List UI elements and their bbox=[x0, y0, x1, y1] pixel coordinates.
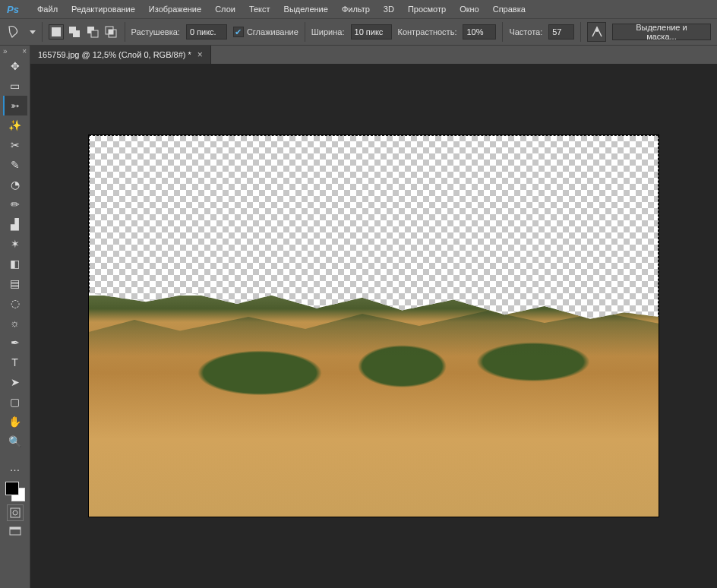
document-tab-title: 165759.jpg @ 12,5% (Слой 0, RGB/8#) * bbox=[38, 50, 191, 59]
canvas-viewport[interactable] bbox=[30, 64, 717, 588]
frequency-input[interactable] bbox=[548, 24, 574, 40]
workspace: » × ✥▭➳✨✂✎◔✏▟✶◧▤◌☼✒T➤▢✋🔍 … 165759.jpg @ … bbox=[0, 46, 717, 588]
svg-rect-0 bbox=[52, 27, 61, 36]
menu-фильтр[interactable]: Фильтр bbox=[335, 2, 377, 16]
separator bbox=[580, 22, 581, 42]
type-tool[interactable]: T bbox=[3, 352, 27, 372]
menu-bar: Ps ФайлРедактированиеИзображениеСлоиТекс… bbox=[0, 0, 717, 18]
zoom-tool[interactable]: 🔍 bbox=[3, 432, 27, 451]
document-area: 165759.jpg @ 12,5% (Слой 0, RGB/8#) * × bbox=[30, 46, 717, 588]
svg-rect-12 bbox=[10, 527, 21, 530]
tools-panel: » × ✥▭➳✨✂✎◔✏▟✶◧▤◌☼✒T➤▢✋🔍 … bbox=[0, 46, 30, 588]
antialias-label: Сглаживание bbox=[247, 27, 298, 36]
svg-rect-7 bbox=[109, 30, 113, 34]
selection-intersect-icon[interactable] bbox=[103, 24, 118, 40]
tool-preset-dropdown-icon[interactable] bbox=[30, 30, 36, 34]
quick-mask-icon[interactable] bbox=[7, 504, 24, 521]
feather-label: Растушевка: bbox=[131, 27, 180, 36]
rectangle-tool[interactable]: ▢ bbox=[3, 392, 27, 412]
menu-просмотр[interactable]: Просмотр bbox=[401, 2, 453, 16]
svg-point-8 bbox=[595, 29, 599, 32]
tool-list: ✥▭➳✨✂✎◔✏▟✶◧▤◌☼✒T➤▢✋🔍 bbox=[0, 56, 30, 451]
spot-healing-brush-tool[interactable]: ◔ bbox=[3, 175, 27, 194]
menu-выделение[interactable]: Выделение bbox=[277, 2, 335, 16]
svg-rect-4 bbox=[91, 30, 98, 37]
menu-редактирование[interactable]: Редактирование bbox=[65, 2, 142, 16]
rectangular-marquee-tool[interactable]: ▭ bbox=[3, 76, 27, 96]
close-icon[interactable]: × bbox=[22, 47, 27, 55]
antialias-checkbox[interactable]: ✔ Сглаживание bbox=[233, 27, 298, 37]
tools-panel-header: » × bbox=[0, 46, 30, 56]
crop-tool[interactable]: ✂ bbox=[3, 135, 27, 155]
pen-tool[interactable]: ✒ bbox=[3, 333, 27, 352]
move-tool[interactable]: ✥ bbox=[3, 56, 27, 76]
width-label: Ширина: bbox=[311, 27, 345, 36]
blur-tool[interactable]: ◌ bbox=[3, 293, 27, 313]
svg-rect-9 bbox=[11, 508, 20, 517]
selection-mode-group bbox=[49, 24, 118, 40]
contrast-label: Контрастность: bbox=[398, 27, 457, 36]
menu-изображение[interactable]: Изображение bbox=[142, 2, 208, 16]
clone-stamp-tool[interactable]: ▟ bbox=[3, 214, 27, 234]
screenmode-icon[interactable] bbox=[3, 521, 27, 541]
menu-окно[interactable]: Окно bbox=[453, 2, 486, 16]
brush-tool[interactable]: ✏ bbox=[3, 194, 27, 214]
options-bar: Растушевка: ✔ Сглаживание Ширина: Контра… bbox=[0, 18, 717, 46]
color-swatches[interactable] bbox=[5, 482, 25, 501]
separator bbox=[305, 22, 305, 42]
ellipsis-icon[interactable]: … bbox=[3, 457, 27, 477]
svg-rect-2 bbox=[73, 30, 80, 37]
eraser-tool[interactable]: ◧ bbox=[3, 254, 27, 273]
history-brush-tool[interactable]: ✶ bbox=[3, 234, 27, 254]
contrast-input[interactable] bbox=[463, 24, 496, 40]
menu-файл[interactable]: Файл bbox=[30, 2, 65, 16]
gradient-tool[interactable]: ▤ bbox=[3, 273, 27, 293]
current-tool-icon[interactable] bbox=[6, 23, 24, 41]
menu-3d[interactable]: 3D bbox=[377, 2, 401, 16]
menu-слои[interactable]: Слои bbox=[208, 2, 242, 16]
separator bbox=[42, 22, 43, 42]
canvas[interactable] bbox=[89, 135, 659, 517]
checkbox-icon: ✔ bbox=[233, 27, 244, 37]
frequency-label: Частота: bbox=[509, 27, 542, 36]
magic-wand-tool[interactable]: ✨ bbox=[3, 115, 27, 135]
foreground-color-swatch[interactable] bbox=[5, 482, 19, 495]
close-tab-icon[interactable]: × bbox=[197, 49, 203, 60]
collapse-icon[interactable]: » bbox=[3, 47, 8, 55]
document-tabstrip: 165759.jpg @ 12,5% (Слой 0, RGB/8#) * × bbox=[30, 46, 717, 64]
magnetic-lasso-tool[interactable]: ➳ bbox=[3, 96, 27, 115]
menu-items: ФайлРедактированиеИзображениеСлоиТекстВы… bbox=[30, 2, 532, 16]
selection-new-icon[interactable] bbox=[49, 24, 64, 40]
selection-add-icon[interactable] bbox=[67, 24, 82, 40]
feather-input[interactable] bbox=[186, 24, 227, 40]
width-input[interactable] bbox=[351, 24, 392, 40]
separator bbox=[502, 22, 503, 42]
dodge-tool[interactable]: ☼ bbox=[3, 313, 27, 333]
photoshop-logo-icon: Ps bbox=[5, 2, 21, 16]
eyedropper-tool[interactable]: ✎ bbox=[3, 155, 27, 175]
svg-point-10 bbox=[13, 511, 17, 515]
path-selection-tool[interactable]: ➤ bbox=[3, 372, 27, 392]
stylus-pressure-icon[interactable] bbox=[587, 22, 606, 42]
menu-текст[interactable]: Текст bbox=[242, 2, 277, 16]
hand-tool[interactable]: ✋ bbox=[3, 412, 27, 432]
document-tab[interactable]: 165759.jpg @ 12,5% (Слой 0, RGB/8#) * × bbox=[30, 46, 211, 64]
selection-subtract-icon[interactable] bbox=[85, 24, 100, 40]
select-and-mask-button[interactable]: Выделение и маска... bbox=[612, 24, 711, 40]
separator bbox=[125, 22, 125, 42]
menu-справка[interactable]: Справка bbox=[486, 2, 532, 16]
